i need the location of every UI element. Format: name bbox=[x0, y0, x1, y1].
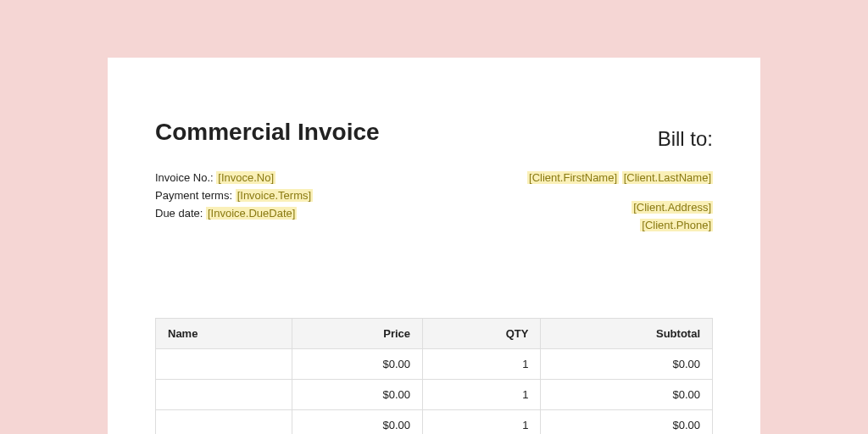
cell-price: $0.00 bbox=[292, 410, 423, 435]
invoice-page: Commercial Invoice Invoice No.: [Invoce.… bbox=[108, 58, 760, 434]
cell-subtotal: $0.00 bbox=[541, 380, 713, 410]
payment-terms-value: [Invoice.Terms] bbox=[236, 189, 313, 202]
client-first-name: [Client.FirstName] bbox=[527, 171, 619, 184]
client-address-line: [Client.Address] bbox=[527, 201, 713, 214]
header-section: Commercial Invoice Invoice No.: [Invoce.… bbox=[155, 119, 713, 236]
invoice-no-label: Invoice No.: bbox=[155, 171, 214, 184]
left-column: Commercial Invoice Invoice No.: [Invoce.… bbox=[155, 119, 380, 236]
line-items-table: Name Price QTY Subtotal $0.00 1 $0.00 $0… bbox=[155, 318, 713, 434]
cell-qty: 1 bbox=[423, 380, 541, 410]
cell-qty: 1 bbox=[423, 410, 541, 435]
table-row: $0.00 1 $0.00 bbox=[156, 380, 713, 410]
table-row: $0.00 1 $0.00 bbox=[156, 410, 713, 435]
cell-name bbox=[156, 349, 292, 380]
invoice-no-line: Invoice No.: [Invoce.No] bbox=[155, 171, 380, 184]
table-header-row: Name Price QTY Subtotal bbox=[156, 319, 713, 349]
cell-name bbox=[156, 380, 292, 410]
cell-price: $0.00 bbox=[292, 349, 423, 380]
table-row: $0.00 1 $0.00 bbox=[156, 349, 713, 380]
due-date-line: Due date: [Invoice.DueDate] bbox=[155, 207, 380, 220]
client-phone: [Client.Phone] bbox=[640, 219, 713, 231]
invoice-no-value: [Invoce.No] bbox=[216, 171, 275, 184]
client-address: [Client.Address] bbox=[632, 201, 713, 214]
col-subtotal: Subtotal bbox=[541, 319, 713, 349]
col-name: Name bbox=[156, 319, 292, 349]
page-title: Commercial Invoice bbox=[155, 119, 380, 146]
cell-price: $0.00 bbox=[292, 380, 423, 410]
cell-name bbox=[156, 410, 292, 435]
bill-to-heading: Bill to: bbox=[527, 127, 713, 151]
client-name-line: [Client.FirstName] [Client.LastName] bbox=[527, 171, 713, 184]
col-qty: QTY bbox=[423, 319, 541, 349]
due-date-value: [Invoice.DueDate] bbox=[206, 207, 297, 220]
right-column: Bill to: [Client.FirstName] [Client.Last… bbox=[527, 119, 713, 236]
cell-subtotal: $0.00 bbox=[541, 410, 713, 435]
client-last-name: [Client.LastName] bbox=[622, 171, 713, 184]
payment-terms-line: Payment terms: [Invoice.Terms] bbox=[155, 189, 380, 202]
client-phone-line: [Client.Phone] bbox=[527, 219, 713, 231]
due-date-label: Due date: bbox=[155, 207, 203, 220]
cell-subtotal: $0.00 bbox=[541, 349, 713, 380]
payment-terms-label: Payment terms: bbox=[155, 189, 232, 202]
col-price: Price bbox=[292, 319, 423, 349]
cell-qty: 1 bbox=[423, 349, 541, 380]
